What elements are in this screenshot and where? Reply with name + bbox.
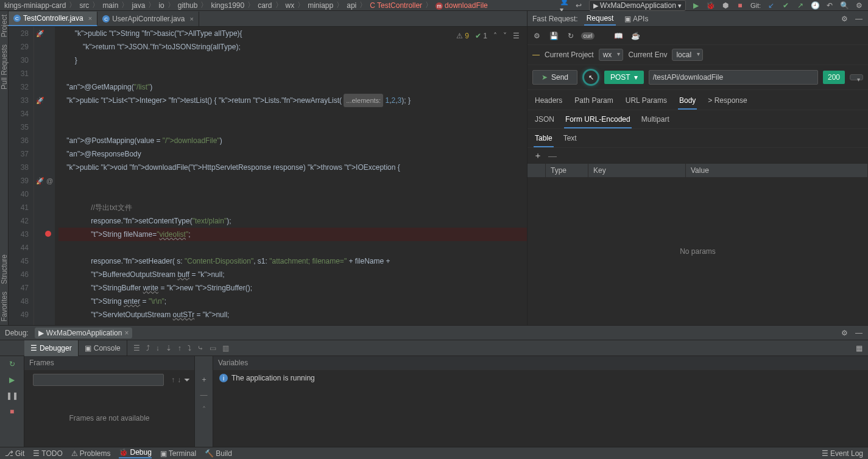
structure-toolwindow[interactable]: Structure	[0, 251, 9, 288]
sb-build[interactable]: 🔨 Build	[205, 449, 232, 458]
force-step-into-icon[interactable]: ⇣	[166, 344, 172, 352]
add-watch-icon[interactable]: ＋	[200, 374, 208, 385]
rerun-icon[interactable]: ↻	[7, 359, 18, 370]
override-icon[interactable]: @	[46, 174, 53, 187]
gear-icon[interactable]: ⚙	[840, 15, 849, 23]
breadcrumb-item[interactable]: card	[256, 1, 273, 10]
breadcrumb-method[interactable]: downloadFile	[434, 1, 490, 10]
thread-select[interactable]	[33, 374, 164, 386]
breadcrumb-item[interactable]: kings1990	[209, 1, 246, 10]
step-over-icon[interactable]: ⤴	[146, 344, 150, 352]
breadcrumb-item[interactable]: wx	[284, 1, 297, 10]
code-editor[interactable]: 2829303132333435363738394041424344454647…	[9, 27, 527, 325]
step-out-icon[interactable]: ↑	[178, 344, 182, 352]
search-icon[interactable]: 🔍	[840, 1, 849, 10]
step-toggle-icon[interactable]: ☰	[133, 344, 140, 352]
git-revert-icon[interactable]: ↶	[825, 1, 834, 10]
breadcrumb-class[interactable]: C TestController	[368, 1, 424, 10]
coverage-icon[interactable]: ⬢	[721, 1, 730, 10]
close-tab-icon[interactable]: ×	[88, 15, 92, 22]
pass-count[interactable]: ✔ 1	[475, 29, 487, 43]
save-icon[interactable]: 💾	[548, 30, 559, 41]
tab-multipart[interactable]: Multipart	[640, 113, 671, 128]
run-to-cursor-icon[interactable]: ⤷	[197, 344, 203, 352]
tab-json[interactable]: JSON	[534, 113, 556, 128]
close-tab-icon[interactable]: ×	[190, 15, 194, 23]
nav-down-icon[interactable]: ˅	[503, 29, 507, 43]
tab-response[interactable]: > Response	[707, 94, 748, 110]
send-button[interactable]: ➤Send	[532, 70, 577, 85]
tab-body[interactable]: Body	[678, 94, 697, 110]
sb-todo[interactable]: ☰ TODO	[33, 449, 62, 458]
nav-up-icon[interactable]: ˄	[493, 29, 497, 43]
remove-watch-icon[interactable]: —	[200, 391, 208, 399]
resume-icon[interactable]: ▶	[7, 374, 18, 385]
breadcrumb-item[interactable]: api	[345, 1, 358, 10]
env-select[interactable]: local	[672, 49, 703, 61]
breadcrumb-item[interactable]: src	[77, 1, 91, 10]
tab-console[interactable]: ▣Console	[79, 340, 127, 356]
code-area[interactable]: "k">public "t">String "fn">basic("t">All…	[55, 27, 527, 325]
coffee-icon[interactable]: ☕	[630, 30, 641, 41]
tab-table[interactable]: Table	[534, 131, 554, 147]
url-input[interactable]	[649, 70, 818, 85]
up-icon[interactable]: ˄	[202, 405, 206, 414]
sb-debug[interactable]: 🐞 Debug	[119, 448, 151, 458]
warning-count[interactable]: ⚠ 9	[456, 29, 469, 43]
tab-request[interactable]: Request	[584, 12, 616, 26]
trace-icon[interactable]: ▥	[222, 344, 229, 352]
gear-icon[interactable]: ⚙	[840, 329, 849, 337]
rocket-icon[interactable]: 🚀	[36, 94, 44, 107]
rocket-icon[interactable]: 🚀	[36, 27, 44, 40]
run-icon[interactable]: ▶	[692, 1, 700, 10]
tab-path-param[interactable]: Path Param	[573, 94, 614, 110]
evaluate-icon[interactable]: ▭	[210, 344, 216, 352]
frame-down-icon[interactable]: ↓	[177, 376, 181, 384]
breakpoint-icon[interactable]	[45, 228, 51, 241]
add-row-icon[interactable]: ＋	[534, 150, 542, 161]
breadcrumb-item[interactable]: main	[101, 1, 120, 10]
drop-frame-icon[interactable]: ⤵	[188, 344, 191, 352]
frame-up-icon[interactable]: ↑	[171, 376, 175, 384]
run-configuration-select[interactable]: ▶ WxMaDemoApplication ▾	[589, 0, 686, 11]
tab-apis[interactable]: ▣ APIs	[622, 13, 651, 25]
sb-terminal[interactable]: ▣ Terminal	[160, 449, 196, 458]
settings-icon[interactable]: ⚙	[855, 1, 863, 10]
project-select[interactable]: wx	[599, 49, 624, 61]
tab-text[interactable]: Text	[562, 131, 578, 147]
inspections-menu-icon[interactable]: ☰	[513, 29, 520, 43]
step-into-icon[interactable]: ↓	[156, 344, 160, 352]
breadcrumb-item[interactable]: kings-miniapp-card	[2, 1, 68, 10]
filter-icon[interactable]: ⏷	[183, 376, 191, 384]
minimize-icon[interactable]: —	[855, 15, 863, 23]
settings-icon[interactable]: ⚙	[531, 30, 542, 41]
doc-icon[interactable]: 📖	[613, 30, 624, 41]
sb-problems[interactable]: ⚠ Problems	[71, 449, 111, 458]
breadcrumb-item[interactable]: github	[176, 1, 200, 10]
breadcrumb-item[interactable]: io	[157, 1, 166, 10]
stop-icon[interactable]: ■	[736, 1, 744, 10]
rocket-icon[interactable]: 🚀	[36, 174, 44, 187]
status-code[interactable]: 200	[823, 71, 845, 84]
back-icon[interactable]: ↩	[574, 1, 583, 10]
debug-target[interactable]: ▶ WxMaDemoApplication ×	[35, 328, 133, 338]
git-commit-icon[interactable]: ✔	[782, 1, 790, 10]
pause-icon[interactable]: ❚❚	[7, 390, 18, 401]
sb-event-log[interactable]: ☰ Event Log	[822, 449, 863, 458]
editor-inspections[interactable]: ⚠ 9 ✔ 1 ˄ ˅ ☰	[456, 29, 520, 43]
stop-icon[interactable]: ■	[7, 406, 18, 417]
editor-tab-active[interactable]: C TestController.java ×	[9, 12, 97, 26]
editor-gutter[interactable]: 🚀 🚀 🚀 @	[34, 27, 55, 325]
sb-git[interactable]: ⎇ Git	[5, 449, 24, 458]
debug-icon[interactable]: 🐞	[707, 1, 715, 10]
tab-url-params[interactable]: URL Params	[624, 94, 668, 110]
breadcrumb-item[interactable]: java	[130, 1, 147, 10]
tab-headers[interactable]: Headers	[534, 94, 563, 110]
git-history-icon[interactable]: 🕘	[811, 1, 819, 10]
curl-icon[interactable]: curl	[582, 30, 593, 41]
minimize-icon[interactable]: —	[855, 329, 863, 337]
layout-icon[interactable]: ▦	[855, 344, 863, 352]
user-icon[interactable]: 👤▾	[560, 1, 568, 10]
favorites-toolwindow[interactable]: Favorites	[0, 288, 9, 325]
status-dropdown[interactable]	[850, 74, 863, 80]
